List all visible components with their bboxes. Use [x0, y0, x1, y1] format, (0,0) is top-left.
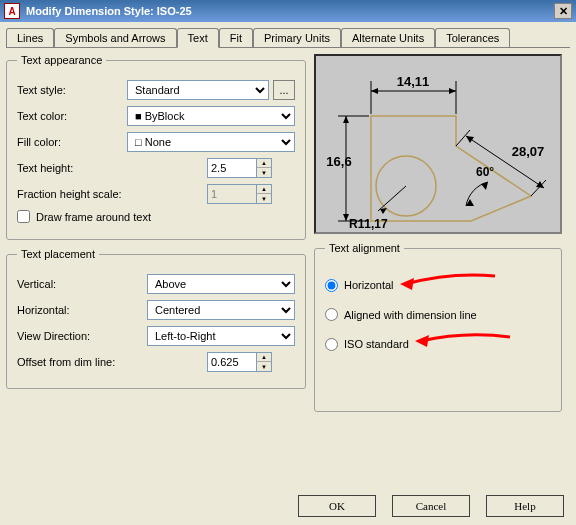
legend-text-alignment: Text alignment	[325, 242, 404, 254]
tab-lines[interactable]: Lines	[6, 28, 54, 47]
preview-dim-left: 16,6	[326, 154, 351, 169]
select-text-style[interactable]: Standard	[127, 80, 269, 100]
svg-marker-19	[481, 182, 488, 190]
input-fraction-height	[207, 184, 257, 204]
select-horizontal[interactable]: Centered	[147, 300, 295, 320]
input-offset[interactable]	[207, 352, 257, 372]
select-text-color[interactable]: ■ ByBlock	[127, 106, 295, 126]
label-align-iso: ISO standard	[344, 338, 409, 350]
label-align-dimension: Aligned with dimension line	[344, 309, 477, 321]
preview-dim-angle: 60°	[476, 165, 494, 179]
svg-marker-20	[400, 278, 414, 290]
legend-text-placement: Text placement	[17, 248, 99, 260]
dialog-footer: OK Cancel Help	[298, 495, 564, 517]
label-vertical: Vertical:	[17, 278, 147, 290]
label-draw-frame: Draw frame around text	[36, 211, 151, 223]
svg-line-16	[378, 186, 406, 211]
preview-dim-radius: R11,17	[349, 217, 388, 231]
svg-marker-21	[415, 335, 429, 347]
input-text-height[interactable]	[207, 158, 257, 178]
label-fraction-height: Fraction height scale:	[17, 188, 207, 200]
app-icon: A	[4, 3, 20, 19]
tab-fit[interactable]: Fit	[219, 28, 253, 47]
select-view-direction[interactable]: Left-to-Right	[147, 326, 295, 346]
svg-marker-14	[466, 136, 474, 143]
svg-marker-9	[343, 116, 349, 123]
group-text-alignment: Text alignment Horizontal Aligned with d…	[314, 242, 562, 412]
label-align-horizontal: Horizontal	[344, 279, 394, 291]
radio-aligned[interactable]	[325, 308, 338, 321]
preview-dim-top: 14,11	[397, 74, 430, 89]
legend-text-appearance: Text appearance	[17, 54, 106, 66]
tab-primary-units[interactable]: Primary Units	[253, 28, 341, 47]
annotation-arrow-icon	[400, 274, 500, 296]
svg-marker-17	[380, 208, 387, 214]
radio-iso[interactable]	[325, 338, 338, 351]
label-text-color: Text color:	[17, 110, 127, 122]
group-text-placement: Text placement Vertical: Above Horizonta…	[6, 248, 306, 389]
spinner-fraction-height: ▲▼	[257, 184, 272, 204]
tab-tolerances[interactable]: Tolerances	[435, 28, 510, 47]
radio-horizontal[interactable]	[325, 279, 338, 292]
spinner-offset[interactable]: ▲▼	[257, 352, 272, 372]
label-text-height: Text height:	[17, 162, 207, 174]
svg-marker-15	[536, 181, 544, 188]
tab-alternate-units[interactable]: Alternate Units	[341, 28, 435, 47]
group-text-appearance: Text appearance Text style: Standard ...…	[6, 54, 306, 240]
window-title: Modify Dimension Style: ISO-25	[26, 5, 192, 17]
dimension-preview: 14,11 16,6 28,07	[314, 54, 562, 234]
tab-bar: Lines Symbols and Arrows Text Fit Primar…	[6, 28, 570, 48]
svg-marker-5	[449, 88, 456, 94]
label-horizontal: Horizontal:	[17, 304, 147, 316]
annotation-arrow-icon	[415, 333, 515, 355]
tab-text[interactable]: Text	[177, 28, 219, 48]
close-button[interactable]: ✕	[554, 3, 572, 19]
select-fill-color[interactable]: □ None	[127, 132, 295, 152]
tab-symbols-arrows[interactable]: Symbols and Arrows	[54, 28, 176, 47]
select-vertical[interactable]: Above	[147, 274, 295, 294]
preview-dim-right: 28,07	[512, 144, 545, 159]
label-fill-color: Fill color:	[17, 136, 127, 148]
cancel-button[interactable]: Cancel	[392, 495, 470, 517]
label-view-direction: View Direction:	[17, 330, 147, 342]
spinner-text-height[interactable]: ▲▼	[257, 158, 272, 178]
svg-marker-4	[371, 88, 378, 94]
label-offset: Offset from dim line:	[17, 356, 207, 368]
browse-text-style-button[interactable]: ...	[273, 80, 295, 100]
help-button[interactable]: Help	[486, 495, 564, 517]
checkbox-draw-frame[interactable]	[17, 210, 30, 223]
titlebar: A Modify Dimension Style: ISO-25 ✕	[0, 0, 576, 22]
ok-button[interactable]: OK	[298, 495, 376, 517]
label-text-style: Text style:	[17, 84, 127, 96]
